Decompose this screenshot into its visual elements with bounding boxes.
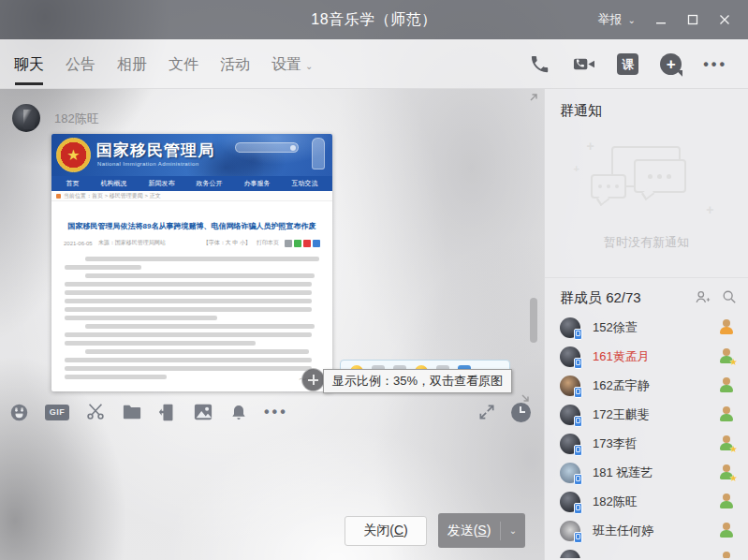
share-icon [285,240,292,247]
video-call-icon[interactable] [572,53,595,75]
chat-scrollbar-thumb[interactable] [530,298,537,343]
empty-notice-illustration-icon: + + + [591,146,703,214]
more-options-icon[interactable]: ••• [703,56,727,73]
site-title-en: National Immigration Administration [97,161,198,167]
member-avatar[interactable] [560,463,580,483]
bell-icon[interactable] [229,403,248,422]
send-file-folder-icon[interactable] [122,403,142,421]
tab-相册[interactable]: 相册 [117,39,147,89]
expand-window-icon[interactable] [477,403,496,421]
member-star-badge-icon: ★ [729,445,738,454]
article-date: 2021-06-05 [64,241,93,246]
member-name: 班主任何婷 [593,523,653,539]
tab-设置[interactable]: 设置⌄ [271,39,313,89]
member-avatar[interactable] [560,376,580,396]
member-level-icon: ★ [718,348,735,364]
panel-collapse-up-icon[interactable] [527,91,540,104]
sender-avatar[interactable] [12,104,40,132]
message-history-icon[interactable] [511,403,531,422]
screenshot-scissors-icon[interactable] [85,402,106,422]
webpage-banner: ★ 国家移民管理局 National Immigration Administr… [51,134,332,176]
site-nav-item: 政务公开 [197,179,223,188]
site-nav-item: 首页 [66,179,80,188]
article-body-lines [65,257,319,379]
doc-share-icon[interactable] [158,403,177,422]
mobile-online-badge-icon [574,445,582,456]
share-icon [294,240,301,247]
image-icon[interactable] [193,403,213,421]
site-breadcrumb: 当前位置：首页 > 移民管理要闻 > 正文 [51,191,332,201]
members-count-title: 群成员 62/73 [560,289,641,305]
tab-文件[interactable]: 文件 [169,39,198,89]
member-row[interactable]: 173李哲★ [545,429,748,458]
member-avatar[interactable] [560,405,580,425]
composer-more-icon[interactable]: ••• [264,404,288,420]
class-mode-icon[interactable]: 课 [617,53,638,75]
empty-notice-text: 暂时没有新通知 [545,234,748,251]
mobile-online-badge-icon [574,358,582,369]
site-nav-item: 办事服务 [244,179,271,188]
member-row-partial[interactable] [545,545,748,558]
mobile-online-badge-icon [574,474,582,485]
member-avatar[interactable] [560,434,580,454]
article-meta: 2021-06-05 来源：国家移民管理局网站 【字体：大 中 小】 打印本页 [64,239,320,247]
settings-dropdown-icon[interactable]: ⌄ [305,61,313,71]
image-zoom-plus-icon[interactable] [301,368,325,391]
share-icons [285,240,320,247]
member-avatar[interactable] [560,550,580,559]
member-level-icon: ★ [718,464,735,480]
group-sidebar: 群通知 + + + 暂时没有新通知 群成员 62/73 1 [544,89,748,560]
site-nav-bar: 首页机构概况新闻发布政务公开办事服务互动交流 [51,176,332,191]
member-row[interactable]: 161黄孟月★ [545,342,748,371]
close-button[interactable] [709,0,741,39]
member-avatar[interactable] [560,317,580,338]
member-level-icon [718,406,735,422]
gif-icon[interactable]: GIF [45,405,69,420]
composer-toolbar: GIF ••• [0,398,544,426]
member-level-icon: ★ [718,435,735,451]
minimize-button[interactable] [645,0,677,39]
site-nav-item: 机构概况 [101,179,127,188]
member-row[interactable]: 181 祝莲艺★ [545,458,748,487]
maximize-button[interactable] [677,0,709,39]
site-title: 国家移民管理局 [96,140,214,161]
member-level-icon [718,523,735,538]
report-dropdown-icon[interactable]: ⌄ [626,15,645,25]
tab-聊天[interactable]: 聊天 [14,39,44,89]
member-row[interactable]: 162孟宇静 [545,371,748,400]
title-bar: 18音乐学（师范） 举报 ⌄ [0,0,748,39]
article-title: 国家移民管理局依法将89名从事跨境赌博、电信网络诈骗人员护照宣布作废 [51,221,332,231]
member-row[interactable]: 152徐萱 [545,313,748,342]
site-nav-item: 新闻发布 [149,179,175,188]
member-row[interactable]: 班主任何婷 [545,516,748,545]
image-message-preview[interactable]: ★ 国家移民管理局 National Immigration Administr… [51,134,332,391]
print-link: 打印本页 [257,239,279,247]
tab-活动[interactable]: 活动 [220,39,250,89]
voice-call-icon[interactable] [529,53,550,75]
member-star-badge-icon: ★ [729,358,738,367]
breadcrumb-marker-icon [56,194,61,199]
member-row[interactable]: 182陈旺 [545,487,748,516]
member-avatar[interactable] [560,521,580,541]
tab-公告[interactable]: 公告 [66,39,95,89]
member-name: 182陈旺 [593,494,638,510]
add-actions-icon[interactable]: + [660,53,682,75]
member-avatar[interactable] [560,492,580,512]
add-member-icon[interactable] [695,289,711,304]
search-members-icon[interactable] [722,289,737,304]
member-row[interactable]: 172王麒斐 [545,400,748,429]
member-avatar[interactable] [560,346,580,367]
member-level-icon [718,319,735,335]
send-options-chevron-icon[interactable]: ⌄ [501,525,525,536]
site-search-box [235,142,299,153]
member-level-icon [718,552,735,558]
zoom-ratio-tooltip: 显示比例：35%，双击查看原图 [323,369,512,393]
article-source: 来源：国家移民管理局网站 [98,239,166,247]
report-button[interactable]: 举报 [594,11,626,28]
mobile-online-badge-icon [574,329,582,340]
emoji-icon[interactable] [9,403,29,422]
mobile-online-badge-icon [574,532,582,543]
send-button[interactable]: 发送(S) ⌄ [438,513,525,548]
close-chat-button[interactable]: 关闭(C) [345,516,427,546]
member-level-icon [718,377,735,393]
